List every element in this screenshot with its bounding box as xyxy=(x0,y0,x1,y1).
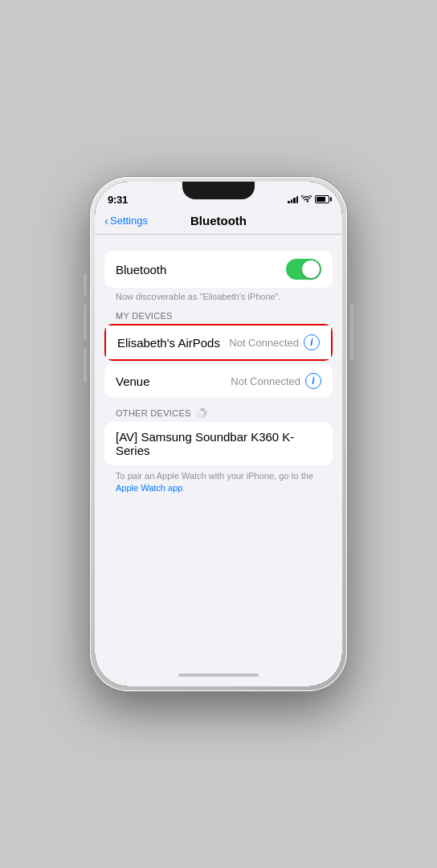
power-button xyxy=(350,304,353,360)
bluetooth-toggle[interactable] xyxy=(286,259,321,280)
content-area: Bluetooth Now discoverable as "Elisabeth… xyxy=(95,235,342,664)
battery-icon xyxy=(315,195,329,203)
svg-line-2 xyxy=(204,412,206,413)
status-icons xyxy=(288,195,329,203)
nav-bar: ‹ Settings Bluetooth xyxy=(95,211,342,235)
airpods-row-highlighted[interactable]: Elisabeth's AirPods Not Connected i xyxy=(104,324,333,361)
airpods-list-item[interactable]: Elisabeth's AirPods Not Connected i xyxy=(106,326,331,359)
toggle-thumb xyxy=(302,260,320,278)
svg-line-9 xyxy=(198,409,199,411)
pairing-hint-text: To pair an Apple Watch with your iPhone,… xyxy=(104,465,333,495)
venue-group: Venue Not Connected i xyxy=(104,364,333,398)
venue-info-button[interactable]: i xyxy=(305,373,321,389)
other-devices-group: [AV] Samsung Soundbar K360 K-Series xyxy=(104,422,333,465)
venue-device-name: Venue xyxy=(116,375,231,388)
signal-bar-2 xyxy=(291,199,293,203)
svg-line-4 xyxy=(203,416,204,417)
mute-button xyxy=(84,273,87,296)
signal-bar-1 xyxy=(288,201,290,203)
scanning-spinner-icon xyxy=(196,407,207,419)
volume-up-button xyxy=(84,304,87,339)
apple-watch-link-text: Apple Watch app xyxy=(116,483,182,493)
svg-line-3 xyxy=(204,415,206,416)
home-indicator xyxy=(95,664,342,686)
back-chevron-icon: ‹ xyxy=(104,215,108,227)
status-time: 9:31 xyxy=(108,194,128,206)
signal-bar-3 xyxy=(293,198,296,203)
phone-inner: 9:31 xyxy=(95,182,342,686)
venue-status: Not Connected xyxy=(231,375,300,387)
signal-bar-4 xyxy=(296,196,299,203)
svg-line-6 xyxy=(198,416,199,417)
screen: 9:31 xyxy=(95,182,342,686)
wifi-icon xyxy=(301,195,312,203)
home-bar xyxy=(178,674,259,677)
back-label: Settings xyxy=(110,215,148,227)
notch xyxy=(182,182,255,199)
discoverable-text: Now discoverable as "Elisabeth's iPhone"… xyxy=(104,288,333,301)
my-devices-header: MY DEVICES xyxy=(104,301,333,324)
pairing-hint-suffix: . xyxy=(182,483,185,493)
svg-line-7 xyxy=(197,415,199,416)
other-devices-label: OTHER DEVICES xyxy=(116,408,191,418)
svg-line-1 xyxy=(203,409,204,411)
back-button[interactable]: ‹ Settings xyxy=(104,215,148,227)
signal-bars-icon xyxy=(288,195,298,203)
page-title: Bluetooth xyxy=(190,214,247,227)
samsung-soundbar-name: [AV] Samsung Soundbar K360 K-Series xyxy=(116,430,321,457)
bluetooth-toggle-label: Bluetooth xyxy=(116,263,166,276)
apple-watch-app-link[interactable]: Apple Watch app xyxy=(116,483,182,493)
airpods-device-name: Elisabeth's AirPods xyxy=(117,336,229,350)
status-bar: 9:31 xyxy=(95,182,342,211)
venue-list-item[interactable]: Venue Not Connected i xyxy=(104,364,333,398)
phone-frame: 9:31 xyxy=(90,177,347,691)
airpods-status: Not Connected xyxy=(229,337,299,349)
samsung-soundbar-list-item[interactable]: [AV] Samsung Soundbar K360 K-Series xyxy=(104,422,333,465)
battery-fill xyxy=(317,197,325,202)
svg-line-8 xyxy=(197,412,199,413)
other-devices-header-row: OTHER DEVICES xyxy=(104,398,333,422)
airpods-info-button[interactable]: i xyxy=(304,334,320,350)
pairing-hint-prefix: To pair an Apple Watch with your iPhone,… xyxy=(116,471,313,481)
bluetooth-toggle-row[interactable]: Bluetooth xyxy=(104,251,333,288)
volume-down-button xyxy=(84,347,87,383)
